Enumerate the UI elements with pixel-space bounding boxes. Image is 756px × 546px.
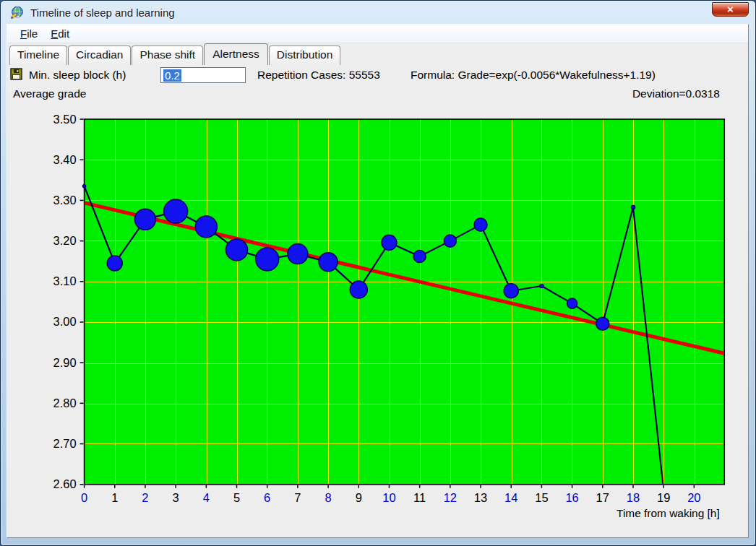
menu-item-edit[interactable]: Edit	[44, 26, 76, 41]
app-window: Timeline of sleep and learning × File Ed…	[0, 0, 756, 546]
min-sleep-input[interactable]: 0.2	[160, 67, 246, 83]
app-icon	[10, 6, 24, 20]
min-sleep-value: 0.2	[163, 69, 181, 82]
tab-distribution[interactable]: Distribution	[269, 46, 341, 65]
screen: { "window": { "title": "Timeline of slee…	[0, 0, 756, 546]
min-sleep-label: Min. sleep block (h)	[29, 67, 126, 83]
menu-item-file[interactable]: File	[14, 26, 44, 41]
window-title: Timeline of sleep and learning	[30, 6, 175, 19]
formula-label: Formula: Grade=exp(-0.0056*Wakefulness+1…	[411, 67, 656, 83]
menu-bar: File Edit	[7, 25, 748, 43]
y-axis-title: Average grade	[13, 86, 86, 102]
deviation-label: Deviation=0.0318	[632, 86, 720, 102]
tab-bar: Timeline Circadian Phase shift Alertness…	[7, 43, 748, 65]
tab-phase-shift[interactable]: Phase shift	[132, 46, 203, 65]
save-button[interactable]	[10, 68, 22, 80]
title-bar: Timeline of sleep and learning ×	[1, 1, 755, 24]
tab-circadian[interactable]: Circadian	[68, 46, 131, 65]
tab-alertness[interactable]: Alertness	[204, 43, 268, 65]
tab-timeline[interactable]: Timeline	[9, 46, 67, 65]
close-button[interactable]: ×	[712, 2, 749, 17]
window-content: File Edit Timeline Circadian Phase shift…	[7, 24, 749, 538]
floppy-disk-icon	[11, 69, 22, 79]
repetition-cases-label: Repetition Cases: 55553	[257, 67, 380, 83]
